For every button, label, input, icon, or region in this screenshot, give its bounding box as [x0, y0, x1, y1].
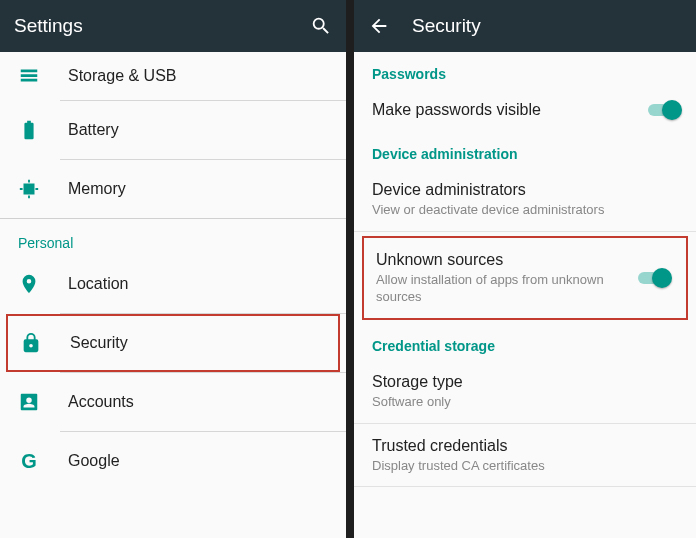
item-device-administrators[interactable]: Device administrators View or deactivate…	[354, 168, 696, 231]
section-header-personal: Personal	[0, 219, 346, 255]
highlight-unknown-sources: Unknown sources Allow installation of ap…	[362, 236, 688, 320]
location-icon	[18, 273, 40, 295]
settings-item-label: Google	[68, 452, 120, 470]
divider	[354, 486, 696, 487]
settings-item-label: Security	[70, 334, 128, 352]
item-title: Unknown sources	[376, 250, 630, 270]
storage-icon	[18, 65, 40, 87]
accounts-icon	[18, 391, 40, 413]
toggle-unknown-sources[interactable]	[636, 268, 672, 288]
pane-divider	[346, 0, 354, 538]
settings-appbar: Settings	[0, 0, 346, 52]
item-title: Trusted credentials	[372, 436, 640, 456]
settings-item-label: Accounts	[68, 393, 134, 411]
settings-title: Settings	[14, 15, 83, 37]
item-subtitle: Display trusted CA certificates	[372, 458, 640, 475]
item-make-passwords-visible[interactable]: Make passwords visible	[354, 88, 696, 132]
google-icon: G	[18, 450, 40, 472]
item-title: Storage type	[372, 372, 640, 392]
settings-item-label: Battery	[68, 121, 119, 139]
section-header-passwords: Passwords	[354, 52, 696, 88]
toggle-passwords-visible[interactable]	[646, 100, 682, 120]
settings-item-storage[interactable]: Storage & USB	[0, 52, 346, 100]
settings-item-security[interactable]: Security	[6, 314, 340, 372]
memory-icon	[18, 178, 40, 200]
settings-item-google[interactable]: G Google	[0, 432, 346, 490]
settings-pane: Settings Storage & USB Battery Memory	[0, 0, 346, 538]
security-title: Security	[412, 15, 481, 37]
divider	[354, 231, 696, 232]
item-title: Make passwords visible	[372, 100, 640, 120]
search-icon[interactable]	[310, 15, 332, 37]
settings-item-accounts[interactable]: Accounts	[0, 373, 346, 431]
settings-item-label: Location	[68, 275, 129, 293]
section-header-credential-storage: Credential storage	[354, 324, 696, 360]
item-trusted-credentials[interactable]: Trusted credentials Display trusted CA c…	[354, 424, 696, 487]
item-storage-type[interactable]: Storage type Software only	[354, 360, 696, 423]
item-subtitle: Software only	[372, 394, 640, 411]
lock-icon	[20, 332, 42, 354]
security-list: Passwords Make passwords visible Device …	[354, 52, 696, 538]
section-header-device-admin: Device administration	[354, 132, 696, 168]
back-icon[interactable]	[368, 15, 390, 37]
item-unknown-sources[interactable]: Unknown sources Allow installation of ap…	[364, 238, 686, 318]
settings-item-label: Storage & USB	[68, 67, 177, 85]
battery-icon	[18, 119, 40, 141]
settings-list: Storage & USB Battery Memory Personal Lo…	[0, 52, 346, 538]
settings-item-battery[interactable]: Battery	[0, 101, 346, 159]
security-appbar: Security	[354, 0, 696, 52]
item-title: Device administrators	[372, 180, 640, 200]
settings-item-label: Memory	[68, 180, 126, 198]
item-subtitle: Allow installation of apps from unknown …	[376, 272, 630, 306]
item-subtitle: View or deactivate device administrators	[372, 202, 640, 219]
settings-item-location[interactable]: Location	[0, 255, 346, 313]
settings-item-memory[interactable]: Memory	[0, 160, 346, 218]
security-pane: Security Passwords Make passwords visibl…	[354, 0, 696, 538]
